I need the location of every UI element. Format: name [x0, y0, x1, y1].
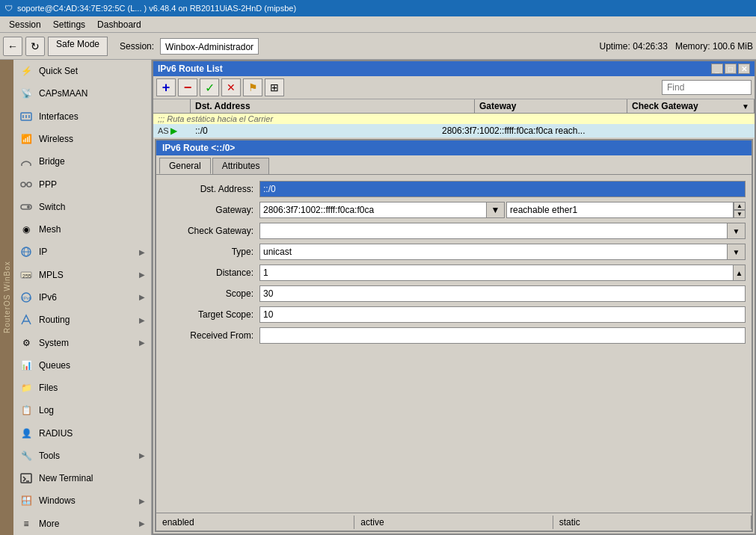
route-active-icon: ▶ [170, 126, 177, 136]
distance-up-button[interactable]: ▲ [734, 265, 746, 281]
list-toolbar: + − ✓ ✕ ⚑ ⊞ [153, 76, 755, 99]
tab-bar: General Attributes [156, 155, 752, 175]
gateway-input[interactable] [259, 202, 487, 218]
route-detail-panel: IPv6 Route <::/0> General Attributes Dst… [155, 139, 753, 532]
sidebar-item-interfaces[interactable]: Interfaces [13, 105, 151, 128]
td-gateway: 2806:3f7:1002::ffff:f0ca:f0ca reach... [437, 124, 627, 137]
dst-address-input[interactable] [259, 181, 746, 197]
ipv6-arrow: ▶ [139, 293, 145, 301]
gateway-group: ▼ ▲ ▼ [259, 202, 746, 218]
sidebar-item-new-terminal[interactable]: New Terminal [13, 467, 151, 489]
sidebar-item-ip[interactable]: IP ▶ [13, 241, 151, 263]
memory-value: 100.6 MiB [713, 41, 753, 52]
dst-address-label: Dst. Address: [162, 184, 259, 194]
scope-label: Scope: [162, 288, 259, 299]
filter-button[interactable]: ⊞ [265, 78, 284, 96]
received-from-label: Received From: [162, 330, 259, 341]
ipv6-icon: IPv6 [19, 291, 33, 304]
received-from-input[interactable] [259, 327, 746, 344]
sidebar-item-files[interactable]: 📁 Files [13, 377, 151, 399]
sidebar-item-mpls[interactable]: 255 MPLS ▶ [13, 264, 151, 286]
distance-label: Distance: [162, 268, 259, 278]
sidebar-item-queues[interactable]: 📊 Queues [13, 354, 151, 377]
scope-input[interactable] [259, 285, 746, 302]
sidebar-item-routing[interactable]: Routing ▶ [13, 309, 151, 331]
find-input[interactable] [662, 80, 752, 95]
restore-button[interactable]: □ [725, 64, 737, 74]
td-dst: ::/0 [191, 124, 437, 137]
form-area: Dst. Address: Gateway: ▼ ▲ ▼ [156, 175, 752, 513]
gateway-label: Gateway: [162, 205, 259, 215]
th-dst-address: Dst. Address [191, 99, 475, 113]
windows-arrow: ▶ [139, 497, 145, 505]
sidebar-item-bridge[interactable]: Bridge [13, 150, 151, 173]
sidebar-item-log[interactable]: 📋 Log [13, 399, 151, 421]
sidebar-item-system[interactable]: ⚙ System ▶ [13, 331, 151, 353]
scope-row: Scope: [162, 285, 746, 302]
svg-point-6 [21, 182, 25, 187]
td-check-gateway [627, 129, 755, 132]
th-flags [153, 99, 191, 113]
mpls-arrow: ▶ [139, 270, 145, 279]
ip-arrow: ▶ [139, 248, 145, 256]
status-enabled: enabled [156, 516, 354, 529]
tab-general[interactable]: General [159, 158, 211, 174]
tab-attributes[interactable]: Attributes [212, 158, 270, 174]
sidebar-item-ppp[interactable]: PPP [13, 173, 151, 195]
sidebar-item-radius[interactable]: 👤 RADIUS [13, 422, 151, 445]
ppp-icon [19, 178, 33, 191]
sidebar-item-wireless[interactable]: 📶 Wireless [13, 128, 151, 150]
sidebar-item-quick-set[interactable]: ⚡ Quick Set [13, 60, 151, 82]
minimize-button[interactable]: _ [711, 64, 723, 74]
gateway-row: Gateway: ▼ ▲ ▼ [162, 202, 746, 218]
sidebar-item-ipv6[interactable]: IPv6 IPv6 ▶ [13, 286, 151, 309]
type-dropdown-button[interactable]: ▼ [728, 244, 746, 260]
dst-address-row: Dst. Address: [162, 181, 746, 197]
session-bar: ← ↻ Safe Mode Session: Winbox-Administra… [0, 33, 756, 60]
gateway-right-input[interactable] [506, 202, 734, 218]
log-icon: 📋 [19, 403, 33, 417]
switch-icon [19, 200, 33, 214]
sidebar-item-tools[interactable]: 🔧 Tools ▶ [13, 445, 151, 467]
sidebar-item-switch[interactable]: Switch [13, 196, 151, 218]
add-button[interactable]: + [156, 78, 176, 96]
table-row[interactable]: AS ▶ ::/0 2806:3f7:1002::ffff:f0ca:f0ca … [153, 124, 755, 137]
routing-arrow: ▶ [139, 316, 145, 324]
svg-point-7 [27, 182, 31, 187]
gateway-dropdown-button[interactable]: ▼ [487, 202, 505, 218]
remove-button[interactable]: − [178, 78, 197, 96]
flag-button[interactable]: ⚑ [243, 78, 262, 96]
close-button[interactable]: ✕ [738, 64, 750, 74]
back-button[interactable]: ← [3, 37, 22, 56]
sidebar-item-mesh[interactable]: ◉ Mesh [13, 218, 151, 241]
route-detail-title: IPv6 Route <::/0> [156, 140, 752, 155]
enable-button[interactable]: ✓ [200, 78, 219, 96]
target-scope-row: Target Scope: [162, 306, 746, 323]
sidebar-item-windows[interactable]: 🪟 Windows ▶ [13, 489, 151, 512]
ip-icon [19, 245, 33, 259]
sidebar-item-capsman[interactable]: 📡 CAPsMAAN [13, 82, 151, 105]
menu-session[interactable]: Session [3, 18, 47, 31]
gateway-up-button[interactable]: ▲ [734, 202, 746, 210]
distance-input[interactable] [259, 265, 734, 281]
more-icon: ≡ [19, 517, 33, 531]
check-gateway-dropdown-button[interactable]: ▼ [728, 223, 746, 239]
check-gateway-input[interactable] [259, 223, 728, 239]
mesh-icon: ◉ [19, 223, 33, 236]
gateway-down-button[interactable]: ▼ [734, 210, 746, 218]
safe-mode-button[interactable]: Safe Mode [48, 37, 108, 56]
app-icon: 🛡 [4, 4, 13, 13]
table-header: Dst. Address Gateway Check Gateway ▼ [153, 99, 755, 114]
distance-row: Distance: ▲ [162, 265, 746, 281]
menu-bar: Session Settings Dashboard [0, 16, 756, 33]
disable-button[interactable]: ✕ [221, 78, 241, 96]
target-scope-input[interactable] [259, 306, 746, 323]
type-input[interactable] [259, 244, 728, 260]
forward-button[interactable]: ↻ [25, 37, 45, 56]
menu-settings[interactable]: Settings [47, 18, 91, 31]
svg-point-10 [27, 205, 30, 208]
sidebar-item-more[interactable]: ≡ More ▶ [13, 513, 151, 535]
th-check-gateway: Check Gateway ▼ [627, 99, 755, 113]
session-label: Session: [120, 41, 154, 52]
menu-dashboard[interactable]: Dashboard [91, 18, 147, 31]
